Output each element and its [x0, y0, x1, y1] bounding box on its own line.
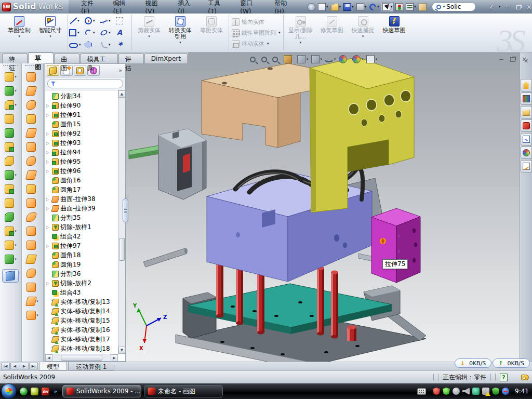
expand-arrow-icon[interactable]: ▷ [46, 225, 50, 230]
expand-arrow-icon[interactable]: ▷ [46, 103, 50, 108]
dropdown-caret-icon[interactable]: ▾ [77, 19, 79, 23]
dropdown-caret-icon[interactable]: ▾ [15, 257, 17, 261]
scroll-down-icon[interactable]: ▼ [118, 347, 125, 354]
offset-surface-icon[interactable]: ▾ [22, 140, 43, 154]
dropdown-caret-icon[interactable]: ▾ [148, 34, 150, 38]
arc-icon[interactable]: ▾ [85, 27, 99, 39]
rib-icon[interactable]: ▾ [0, 112, 21, 126]
selection-box-icon[interactable]: ▾ [116, 15, 130, 27]
security-suite-icon[interactable] [31, 388, 38, 395]
hide-show-items-icon[interactable]: ▾ [324, 56, 337, 63]
dropdown-caret-icon[interactable]: ▾ [36, 299, 38, 303]
help-caret-icon[interactable]: ▾ [499, 5, 501, 9]
feature-tree-item[interactable]: ▷ 圆角19 [46, 260, 118, 269]
sketch-ink-button[interactable] [418, 2, 428, 12]
boundary-surface-icon[interactable]: ▾ [22, 126, 43, 140]
dropdown-caret-icon[interactable]: ▾ [414, 5, 416, 9]
feature-tree-item[interactable]: ▷ 拉伸95 [46, 157, 118, 166]
tags-icon[interactable] [521, 375, 529, 380]
expand-arrow-icon[interactable]: ▷ [46, 150, 50, 155]
rectangle-icon[interactable]: ▾ [69, 27, 84, 39]
slide-block-part[interactable] [129, 129, 206, 200]
custom-properties-icon[interactable] [521, 160, 532, 172]
insert-block-part[interactable] [371, 208, 420, 283]
ruled-surface-icon[interactable]: ▾ [22, 196, 43, 210]
combine-icon[interactable]: ▾ [0, 182, 21, 196]
filled-surface-icon[interactable]: ▾ [22, 266, 43, 280]
dropdown-caret-icon[interactable]: ▾ [326, 5, 328, 9]
feature-tree-item[interactable]: ▷ 实体-移动/复制16 [46, 325, 118, 335]
search-caret-icon[interactable]: ▾ [443, 5, 445, 9]
feature-tree-item[interactable]: ▷ 拉伸91 [46, 110, 118, 119]
usb-eject-icon[interactable] [472, 388, 480, 395]
extend-surface-icon[interactable]: ▾ [22, 238, 43, 252]
model-3d-assembly[interactable]: Y Z X [129, 63, 520, 362]
feature-tree-item[interactable]: ▷ 圆角17 [46, 185, 118, 194]
defender-shield-icon[interactable] [492, 388, 499, 395]
ribbon-tab[interactable]: DimXpert [144, 54, 188, 63]
feature-tree-item[interactable]: ▷ 实体-移动/复制15 [46, 316, 118, 325]
pin-toolbar-button[interactable] [307, 2, 316, 12]
feature-tree-item[interactable]: ▷ 实体-移动/复制14 [46, 307, 118, 316]
tree-filter-input[interactable] [47, 79, 123, 88]
display-style-icon[interactable]: ▾ [311, 55, 323, 64]
dropdown-caret-icon[interactable]: ▾ [300, 41, 302, 45]
shell-icon[interactable]: ▾ [0, 126, 21, 140]
task-button[interactable]: SolidWorks 2009 - ... [62, 385, 141, 397]
revolved-surface-icon[interactable]: ▾ [22, 84, 43, 98]
task-button[interactable]: 未命名 - 画图 [144, 385, 223, 397]
dropdown-caret-icon[interactable]: ▾ [376, 57, 378, 61]
last-tab-button[interactable]: ▶| [29, 363, 38, 369]
feature-tree-item[interactable]: ▷ 分割36 [46, 269, 118, 278]
ribbon-tab[interactable]: 特征 [2, 54, 28, 63]
search-input[interactable]: Solic [446, 3, 461, 10]
curves-icon[interactable]: ▾ [0, 238, 21, 252]
solidworks-launcher-icon[interactable]: SW [42, 388, 49, 395]
section-view-icon[interactable]: ▾ [283, 55, 296, 64]
feature-tree-item[interactable]: ▷ 拉伸96 [46, 166, 118, 176]
dropdown-caret-icon[interactable]: ▾ [15, 103, 17, 107]
zoom-fit-icon[interactable]: ▾ [249, 56, 259, 63]
ribbon-tab[interactable]: 评估 [118, 54, 144, 63]
sketch-icon[interactable]: 草图绘制 ▾ [4, 15, 34, 51]
slot-icon[interactable]: ▾ [69, 39, 84, 51]
expand-arrow-icon[interactable]: ▷ [46, 197, 50, 202]
ribbon-tab[interactable]: 草图 [28, 52, 54, 63]
feature-tree-item[interactable]: ▷ 切除-放样1 [46, 222, 118, 232]
dropdown-caret-icon[interactable]: ▾ [18, 34, 20, 38]
extruded-cut-icon[interactable]: ▾ [0, 84, 21, 98]
expand-arrow-icon[interactable]: ▷ [46, 206, 50, 211]
scroll-left-icon[interactable]: ◀ [45, 354, 52, 362]
line-icon[interactable]: ▾ [69, 15, 84, 27]
dropdown-caret-icon[interactable]: ▾ [93, 19, 95, 23]
wrap-icon[interactable]: ▾ [0, 154, 21, 168]
panel-splitter-handle[interactable] [123, 198, 128, 222]
dropdown-caret-icon[interactable]: ▾ [15, 89, 17, 93]
reference-geometry-icon[interactable]: ▾ [0, 224, 21, 238]
expand-arrow-icon[interactable]: ▷ [46, 244, 50, 248]
dropdown-caret-icon[interactable]: ▾ [93, 31, 95, 35]
feature-tree-item[interactable]: ▷ 拉伸92 [46, 129, 118, 138]
prev-tab-button[interactable]: ◀ [10, 363, 19, 369]
dropdown-caret-icon[interactable]: ▾ [15, 173, 17, 177]
feature-tree-item[interactable]: ▷ 圆角15 [46, 119, 118, 129]
display-delete-relations-icon[interactable]: 显示/删除几... ▾ [286, 15, 316, 51]
file-explorer-icon[interactable] [521, 106, 532, 118]
knit-surface-icon[interactable]: ▾ [22, 168, 43, 182]
configurationmanager-tab-icon[interactable] [74, 65, 86, 76]
linear-pattern-icon[interactable]: ▾ [0, 168, 21, 182]
options-button[interactable]: ▾ [405, 2, 417, 12]
repair-sketch-icon[interactable]: 修复草图 ▾ [317, 15, 347, 51]
open-file-button[interactable]: ▾ [330, 2, 342, 12]
dropdown-caret-icon[interactable]: ▾ [49, 34, 51, 38]
view-palette-icon[interactable] [521, 133, 532, 145]
dropdown-caret-icon[interactable]: ▾ [278, 31, 281, 35]
antivirus-shield-icon[interactable] [433, 388, 440, 395]
feature-tree-item[interactable]: ▷ 组合42 [46, 232, 118, 241]
replace-face-icon[interactable]: ▾ [22, 224, 43, 238]
doc-restore-button[interactable] [510, 57, 515, 62]
ellipse-icon[interactable]: ▾ [100, 27, 115, 39]
scrollbar-thumb[interactable] [61, 355, 102, 361]
minimize-button[interactable]: − [506, 3, 511, 11]
dropdown-caret-icon[interactable]: ▾ [391, 5, 393, 9]
